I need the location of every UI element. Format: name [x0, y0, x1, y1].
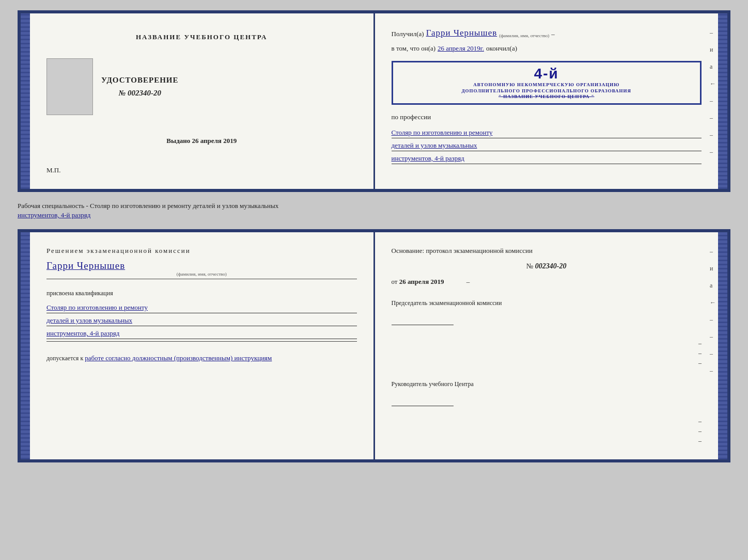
between-text: Рабочая специальность - Столяр по изгото…: [18, 201, 730, 220]
stamp-line2: ДОПОЛНИТЕЛЬНОГО ПРОФЕССИОНАЛЬНОГО ОБРАЗО…: [398, 88, 695, 94]
stamp-line1: АВТОНОМНУЮ НЕКОММЕРЧЕСКУЮ ОРГАНИЗАЦИЮ: [398, 82, 695, 88]
chairman-signature-line: [392, 315, 454, 325]
profession-text: Столяр по изготовлению и ремонту деталей…: [392, 127, 702, 166]
chairman-label: Председатель экзаменационной комиссии: [392, 298, 702, 308]
bottom-doc-left: Решением экзаменационной комиссии Гарри …: [30, 232, 375, 459]
cert-title: УДОСТОВЕРЕНИЕ: [101, 76, 179, 85]
vertical-letters-right-bottom: –иа←––––: [710, 248, 716, 375]
right-date: от 26 апреля 2019 –: [392, 278, 702, 286]
bottom-name-label: (фамилия, имя, отчество): [46, 271, 357, 277]
photo-placeholder: [46, 58, 93, 115]
school-name-label: НАЗВАНИЕ УЧЕБНОГО ЦЕНТРА: [136, 33, 268, 41]
bottom-doc-right: Основание: протокол экзаменационной коми…: [375, 232, 719, 459]
spine-left: [21, 13, 30, 189]
in-that-line: в том, что он(а) 26 апреля 2019г. окончи…: [392, 44, 702, 53]
cert-info: УДОСТОВЕРЕНИЕ № 002340-20: [101, 76, 179, 98]
received-line: Получил(а) Гарри Чернышев (фамилия, имя,…: [392, 28, 702, 38]
top-document: НАЗВАНИЕ УЧЕБНОГО ЦЕНТРА УДОСТОВЕРЕНИЕ №…: [18, 10, 730, 192]
stamp-line3: " НАЗВАНИЕ УЧЕБНОГО ЦЕНТРА ": [398, 94, 695, 100]
recipient-name: Гарри Чернышев: [426, 28, 497, 38]
mp-label: М.П.: [46, 166, 60, 174]
assigned-label: присвоена квалификация: [46, 290, 357, 297]
director-label: Руководитель учебного Центра: [392, 379, 702, 389]
between-text-underlined: инструментов, 4-й разряд: [18, 211, 90, 219]
right-number: № 002340-20: [392, 262, 702, 270]
cert-number: № 002340-20: [119, 89, 161, 98]
top-doc-left: НАЗВАНИЕ УЧЕБНОГО ЦЕНТРА УДОСТОВЕРЕНИЕ №…: [30, 13, 375, 189]
allowed-line: допускается к работе согласно должностны…: [46, 354, 357, 362]
issued-line: Выдано 26 апреля 2019: [166, 137, 237, 145]
allowed-text: работе согласно должностным (производств…: [85, 354, 272, 362]
stamp-box: 4-й АВТОНОМНУЮ НЕКОММЕРЧЕСКУЮ ОРГАНИЗАЦИ…: [392, 61, 702, 105]
bottom-document: Решением экзаменационной комиссии Гарри …: [18, 229, 730, 462]
bottom-qualification-text: Столяр по изготовлению и ремонту деталей…: [46, 302, 357, 344]
stamp-grade: 4-й: [398, 66, 695, 82]
left-mid-section: УДОСТОВЕРЕНИЕ № 002340-20: [46, 58, 357, 115]
top-doc-right: Получил(а) Гарри Чернышев (фамилия, имя,…: [375, 13, 719, 189]
right-vertical: – – –: [392, 340, 702, 367]
spine-left-bottom: [21, 232, 30, 459]
protocol-label: Основание: протокол экзаменационной коми…: [392, 247, 702, 255]
bottom-recipient-name: Гарри Чернышев: [46, 260, 357, 271]
bottom-right-dashes: – – –: [392, 418, 702, 445]
director-signature-line: [392, 396, 454, 406]
spine-right-bottom: [718, 232, 727, 459]
profession-label: по профессии: [392, 113, 702, 121]
in-that-date: 26 апреля 2019г.: [438, 44, 484, 53]
spine-right: [718, 13, 727, 189]
vertical-letters-right: –иа←––––: [710, 29, 716, 156]
bottom-name-section: Гарри Чернышев (фамилия, имя, отчество): [46, 260, 357, 281]
decision-title: Решением экзаменационной комиссии: [46, 247, 357, 255]
